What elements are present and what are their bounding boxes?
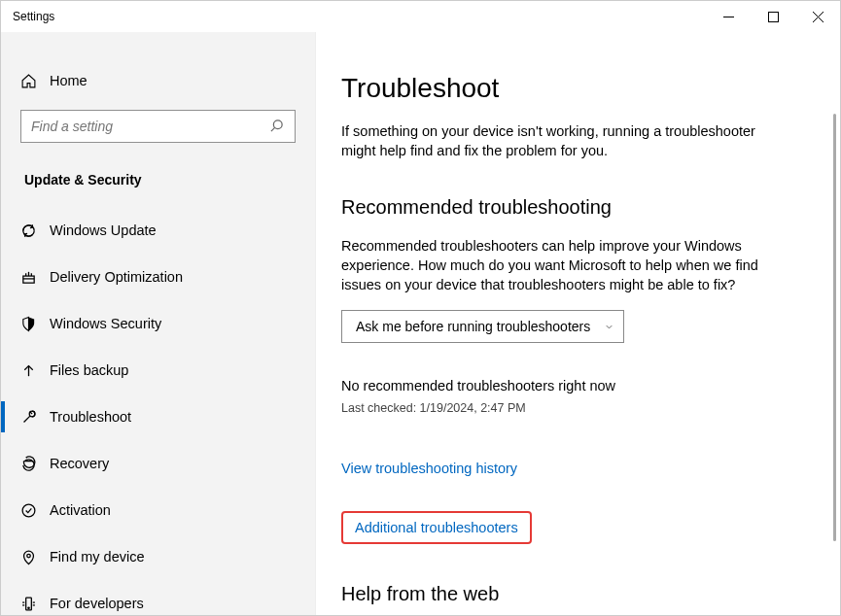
recommended-status: No recommended troubleshooters right now <box>341 378 811 394</box>
window-titlebar: Settings <box>1 1 840 32</box>
sidebar-item-windows-update[interactable]: Windows Update <box>1 207 315 254</box>
recommended-heading: Recommended troubleshooting <box>341 196 811 219</box>
home-label: Home <box>50 73 88 88</box>
page-description: If something on your device isn't workin… <box>341 121 769 161</box>
page-title: Troubleshoot <box>341 73 811 104</box>
svg-point-15 <box>22 504 35 517</box>
window-title: Settings <box>13 10 706 23</box>
sidebar: Home Update & Security Windows Update De… <box>1 32 316 615</box>
view-history-link[interactable]: View troubleshooting history <box>341 461 517 476</box>
sidebar-item-label: Recovery <box>50 456 109 471</box>
help-heading: Help from the web <box>341 583 811 605</box>
sidebar-item-label: Troubleshoot <box>50 409 131 425</box>
troubleshoot-preference-dropdown[interactable]: Ask me before running troubleshooters <box>341 310 624 343</box>
sidebar-item-files-backup[interactable]: Files backup <box>1 347 315 394</box>
sidebar-item-troubleshoot[interactable]: Troubleshoot <box>1 394 315 440</box>
recommended-description: Recommended troubleshooters can help imp… <box>341 236 769 295</box>
close-icon <box>813 12 823 22</box>
wrench-icon <box>20 409 50 426</box>
search-box[interactable] <box>20 110 296 143</box>
dropdown-value: Ask me before running troubleshooters <box>356 319 590 334</box>
shield-icon <box>20 316 50 332</box>
close-button[interactable] <box>795 1 840 32</box>
sidebar-item-delivery-optimization[interactable]: Delivery Optimization <box>1 254 315 300</box>
sidebar-item-activation[interactable]: Activation <box>1 487 315 533</box>
svg-point-16 <box>27 554 31 558</box>
sidebar-item-label: Files backup <box>50 362 128 378</box>
home-icon <box>20 73 50 89</box>
sidebar-item-label: Windows Update <box>50 222 157 238</box>
sidebar-item-label: Find my device <box>50 549 145 565</box>
maximize-icon <box>768 12 779 22</box>
developers-icon <box>20 596 50 612</box>
maximize-button[interactable] <box>751 1 795 32</box>
svg-point-4 <box>273 120 282 129</box>
sync-icon <box>20 222 50 239</box>
sidebar-item-label: Windows Security <box>50 316 161 331</box>
minimize-button[interactable] <box>706 1 751 32</box>
recovery-icon <box>20 456 50 472</box>
additional-troubleshooters-link[interactable]: Additional troubleshooters <box>355 520 518 535</box>
home-button[interactable]: Home <box>1 61 315 100</box>
sidebar-item-label: For developers <box>50 596 144 611</box>
last-checked-text: Last checked: 1/19/2024, 2:47 PM <box>341 401 811 415</box>
minimize-icon <box>723 12 734 22</box>
svg-point-18 <box>28 607 29 608</box>
chevron-down-icon <box>604 322 613 331</box>
scrollbar[interactable] <box>833 114 836 541</box>
check-circle-icon <box>20 502 50 519</box>
sidebar-item-find-my-device[interactable]: Find my device <box>1 533 315 580</box>
backup-icon <box>20 362 50 379</box>
window-controls <box>706 1 840 32</box>
delivery-icon <box>20 269 50 286</box>
sidebar-item-recovery[interactable]: Recovery <box>1 440 315 487</box>
main-content: Troubleshoot If something on your device… <box>316 32 840 615</box>
svg-line-5 <box>271 127 275 131</box>
search-input[interactable] <box>31 119 269 134</box>
sidebar-item-label: Delivery Optimization <box>50 269 183 285</box>
svg-rect-6 <box>23 276 34 283</box>
sidebar-item-for-developers[interactable]: For developers <box>1 580 315 616</box>
sidebar-item-label: Activation <box>50 502 111 518</box>
category-header: Update & Security <box>1 172 315 207</box>
sidebar-item-windows-security[interactable]: Windows Security <box>1 300 315 347</box>
location-icon <box>20 549 50 565</box>
svg-rect-1 <box>768 12 778 21</box>
svg-line-14 <box>24 416 30 422</box>
search-icon <box>269 119 285 134</box>
highlight-annotation: Additional troubleshooters <box>341 511 532 544</box>
